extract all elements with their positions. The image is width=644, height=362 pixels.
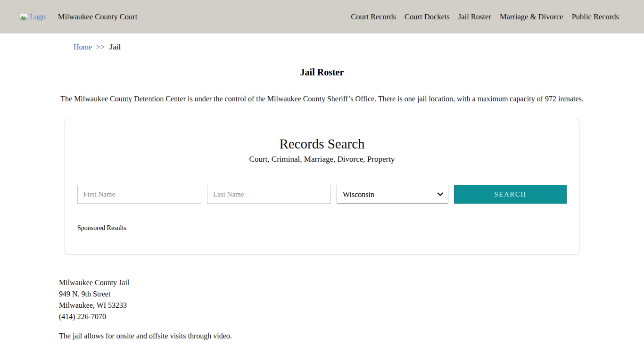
first-name-input[interactable] [77, 185, 201, 204]
search-button[interactable]: SEARCH [454, 185, 567, 204]
sponsored-results-label: Sponsored Results [77, 224, 579, 232]
jail-street: 949 N. 9th Street [59, 288, 585, 300]
site-title: Milwaukee County Court [58, 12, 138, 22]
records-search-title: Records Search [65, 119, 579, 152]
jail-phone: (414) 226-7070 [59, 311, 585, 322]
nav-court-dockets[interactable]: Court Dockets [405, 12, 450, 22]
breadcrumb: Home >> Jail [59, 43, 585, 51]
jail-info: Milwaukee County Jail 949 N. 9th Street … [59, 277, 585, 322]
broken-image-icon [19, 13, 28, 21]
nav-court-records[interactable]: Court Records [351, 12, 396, 22]
breadcrumb-home-link[interactable]: Home [74, 43, 92, 51]
nav-marriage-divorce[interactable]: Marriage & Divorce [500, 12, 563, 22]
search-form: Wisconsin SEARCH [65, 185, 579, 204]
jail-name: Milwaukee County Jail [59, 277, 585, 288]
jail-city-state-zip: Milwaukee, WI 53233 [59, 300, 585, 311]
state-select-wrap: Wisconsin [337, 185, 448, 204]
jail-visit-note: The jail allows for onsite and offsite v… [59, 332, 585, 340]
main-content: Home >> Jail Jail Roster The Milwaukee C… [59, 43, 585, 340]
logo-alt-text: Logo [30, 13, 46, 21]
logo-link[interactable]: Logo [19, 13, 46, 21]
nav-jail-roster[interactable]: Jail Roster [458, 12, 491, 22]
intro-text: The Milwaukee County Detention Center is… [59, 95, 585, 103]
main-nav: Court Records Court Dockets Jail Roster … [351, 12, 619, 22]
records-search-subtitle: Court, Criminal, Marriage, Divorce, Prop… [65, 155, 579, 164]
breadcrumb-current: Jail [109, 43, 121, 51]
page-title: Jail Roster [59, 67, 585, 78]
records-search-card: Records Search Court, Criminal, Marriage… [65, 119, 579, 255]
last-name-input[interactable] [207, 185, 331, 204]
nav-public-records[interactable]: Public Records [572, 12, 619, 22]
brand: Logo Milwaukee County Court [19, 12, 137, 22]
header: Logo Milwaukee County Court Court Record… [0, 0, 644, 33]
breadcrumb-separator: >> [96, 43, 105, 51]
state-select[interactable]: Wisconsin [337, 185, 448, 204]
